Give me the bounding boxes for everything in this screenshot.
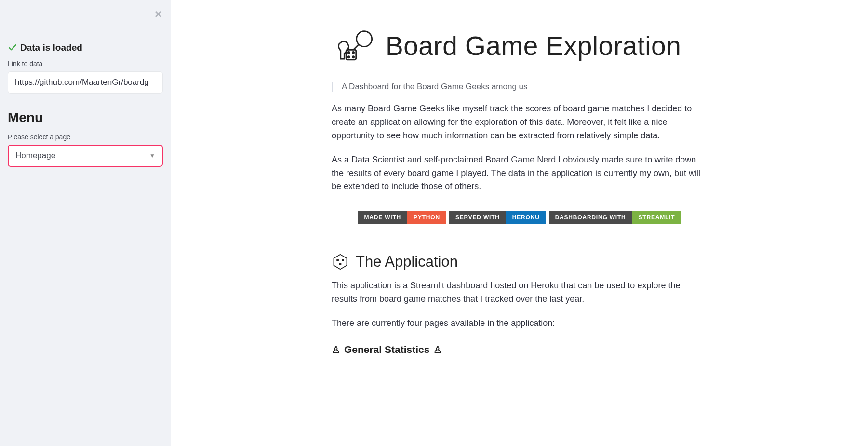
tagline-quote: A Dashboard for the Board Game Geeks amo… [332,82,708,92]
status-text: Data is loaded [20,42,82,53]
main-content: Board Game Exploration A Dashboard for t… [171,0,868,446]
badge-left: DASHBOARDING WITH [549,211,632,224]
tagline-text: A Dashboard for the Board Game Geeks amo… [342,82,528,91]
link-input[interactable]: https://github.com/MaartenGr/boardg [8,71,163,94]
page-title: Board Game Exploration [386,32,681,60]
select-value: Homepage [15,151,55,161]
select-label: Please select a page [8,133,163,141]
title-row: Board Game Exploration [332,29,708,64]
data-status: Data is loaded [8,42,163,53]
svg-point-4 [353,52,354,53]
badge-right: HEROKU [506,211,546,224]
badge-right: PYTHON [407,211,446,224]
badge-left: MADE WITH [358,211,408,224]
svg-marker-7 [334,255,347,270]
sidebar: × Data is loaded Link to data https://gi… [0,0,171,446]
badge-python: MADE WITH PYTHON [358,211,446,224]
chevron-down-icon: ▼ [149,152,155,159]
svg-point-0 [357,31,372,47]
badge-streamlit: DASHBOARDING WITH STREAMLIT [549,211,681,224]
app-paragraph-2: There are currently four pages available… [332,317,708,330]
section-title: The Application [356,253,458,270]
subsection-general-stats: ♙ General Statistics ♙ [332,344,708,355]
menu-title: Menu [8,110,163,125]
close-icon[interactable]: × [155,8,162,20]
board-game-logo-icon [332,29,377,64]
svg-point-8 [337,259,338,261]
pawn-icon: ♙ [433,344,442,355]
svg-point-6 [353,56,354,58]
svg-point-10 [339,263,341,265]
badge-right: STREAMLIT [632,211,681,224]
badge-left: SERVED WITH [449,211,506,224]
section-header: The Application [332,253,708,270]
badge-row: MADE WITH PYTHON SERVED WITH HEROKU DASH… [332,211,708,224]
pawn-icon: ♙ [332,344,340,355]
intro-paragraph-2: As a Data Scientist and self-proclaimed … [332,153,708,194]
app-paragraph-1: This application is a Streamlit dashboar… [332,279,708,306]
svg-point-3 [348,52,349,53]
svg-point-5 [348,56,349,58]
check-icon [8,43,17,53]
dice-icon [332,253,349,270]
svg-point-9 [342,259,344,261]
svg-line-1 [353,44,359,50]
page-select[interactable]: Homepage ▼ [8,145,163,167]
intro-paragraph-1: As many Board Game Geeks like myself tra… [332,102,708,143]
subsection-title: General Statistics [344,344,429,355]
badge-heroku: SERVED WITH HEROKU [449,211,546,224]
link-label: Link to data [8,60,163,68]
